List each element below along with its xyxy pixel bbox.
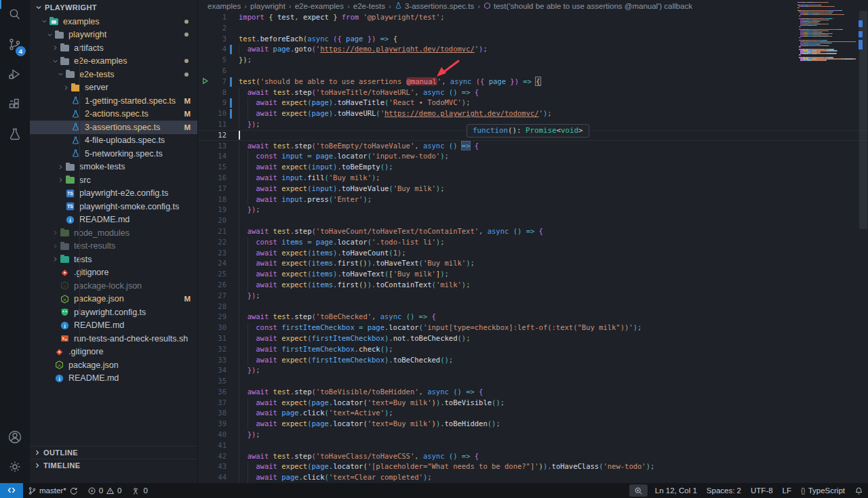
code-line[interactable]: 34 });: [198, 365, 868, 376]
breadcrumb-item[interactable]: test('should be able to use assertions @…: [484, 2, 692, 10]
problems-status[interactable]: 0 0: [83, 483, 127, 498]
indentation-status[interactable]: Spaces: 2: [702, 483, 746, 498]
code-line[interactable]: 26 await expect(items.first()).toContain…: [198, 280, 868, 291]
code-line[interactable]: 1import { test, expect } from '@playwrig…: [198, 12, 868, 23]
code-line[interactable]: 36 await test.step('toBeVisible/toBeHidd…: [198, 387, 868, 398]
tree-item-node-modules[interactable]: node_modules: [30, 226, 197, 240]
code-line[interactable]: 30 const firstItemCheckbox = page.locato…: [198, 323, 868, 333]
tree-item-readme.md[interactable]: iREADME.md: [30, 319, 197, 333]
tree-item-playwright.config.ts[interactable]: playwright.config.ts: [30, 306, 197, 319]
tree-item-5-networking.spec.ts[interactable]: 5-networking.spec.ts: [30, 147, 197, 161]
code-line[interactable]: 16 await input.fill('Buy milk');: [198, 173, 868, 184]
language-mode-status[interactable]: {} TypeScript: [796, 483, 850, 498]
code-line[interactable]: 40 });: [198, 430, 868, 440]
code-line[interactable]: 23 await expect(items).toHaveCount(1);: [198, 248, 868, 259]
code-line[interactable]: 17 await expect(input).toHaveValue('Buy …: [198, 184, 868, 194]
tree-item-playwright[interactable]: playwright: [30, 28, 197, 42]
tree-item-examples[interactable]: examples: [30, 15, 197, 28]
code-line[interactable]: 13 await test.step('toBeEmpty/toHaveValu…: [198, 141, 868, 152]
zoom-status[interactable]: [629, 484, 648, 497]
tree-item-3-assertions.spec.ts[interactable]: 3-assertions.spec.tsM: [30, 121, 197, 134]
code-line[interactable]: 43 await expect(page.locator('[placehold…: [198, 461, 868, 472]
code-line[interactable]: 5});: [198, 55, 868, 66]
breadcrumb-item[interactable]: playwright: [250, 2, 285, 10]
code-line[interactable]: 8 await test.step('toHaveTitle/toHaveURL…: [198, 87, 868, 98]
chevron-down-icon: [57, 70, 64, 78]
settings-gear-icon[interactable]: [0, 452, 30, 482]
code-line[interactable]: 10 await expect(page).toHaveURL('https:/…: [198, 108, 868, 119]
breadcrumb-item[interactable]: examples: [208, 2, 241, 10]
tree-item-package.json[interactable]: jspackage.jsonM: [30, 293, 197, 306]
code-line[interactable]: 33 await expect(firstItemCheckbox).toBeC…: [198, 355, 868, 366]
tree-item-2-actions.spec.ts[interactable]: 2-actions.spec.tsM: [30, 108, 197, 121]
ports-status[interactable]: 0: [126, 483, 152, 498]
tree-item-playwright-e2e.config.ts[interactable]: TSplaywright-e2e.config.ts: [30, 187, 197, 201]
tree-item-run-tests-and-check-results.sh[interactable]: run-tests-and-check-results.sh: [30, 332, 197, 346]
notifications-bell-icon[interactable]: [850, 483, 868, 498]
search-icon[interactable]: [0, 0, 30, 30]
code-line[interactable]: 18 await input.press('Enter');: [198, 194, 868, 205]
tree-item-smoke-tests[interactable]: smoke-tests: [30, 161, 197, 174]
breadcrumb-item[interactable]: e2e-examples: [295, 2, 344, 10]
tree-item-playwright-smoke.config.ts[interactable]: TSplaywright-smoke.config.ts: [30, 200, 197, 213]
minimap[interactable]: [797, 2, 856, 67]
code-line[interactable]: 27 });: [198, 291, 868, 302]
account-icon[interactable]: [0, 422, 30, 452]
code-line[interactable]: 42 await test.step('toHaveClass/toHaveCS…: [198, 451, 868, 462]
code-line[interactable]: 38 await page.click('text=Active');: [198, 408, 868, 419]
code-line[interactable]: 35: [198, 376, 868, 387]
code-line[interactable]: 44 await page.click('text=Clear complete…: [198, 472, 868, 483]
tree-item-1-getting-started.spec.ts[interactable]: 1-getting-started.spec.tsM: [30, 94, 197, 108]
code-line[interactable]: 19 });: [198, 205, 868, 215]
tree-item-.gitignore[interactable]: .gitignore: [30, 346, 197, 359]
tree-item-src[interactable]: src: [30, 173, 197, 187]
source-control-icon[interactable]: 4: [0, 30, 30, 60]
code-line[interactable]: 2: [198, 23, 868, 34]
testing-icon[interactable]: [0, 119, 30, 149]
code-line[interactable]: 9 await expect(page).toHaveTitle('React …: [198, 98, 868, 108]
code-line[interactable]: 6: [198, 66, 868, 77]
tree-item-package.json[interactable]: jspackage.json: [30, 358, 197, 372]
eol-status[interactable]: LF: [778, 483, 796, 498]
code-line[interactable]: 31 await expect(firstItemCheckbox).not.t…: [198, 333, 868, 344]
code-line[interactable]: 25 await expect(items).toHaveText(['Buy …: [198, 269, 868, 280]
tree-item-.gitignore[interactable]: .gitignore: [30, 266, 197, 280]
code-line[interactable]: 4 await page.goto('https://demo.playwrig…: [198, 44, 868, 55]
tree-item-tests[interactable]: tests: [30, 253, 197, 266]
tree-item-artifacts[interactable]: artifacts: [30, 41, 197, 55]
code-line[interactable]: 22 const items = page.locator('.todo-lis…: [198, 237, 868, 248]
timeline-panel-header[interactable]: TIMELINE: [30, 459, 197, 472]
cursor-position-status[interactable]: Ln 12, Col 1: [650, 483, 702, 498]
tree-item-test-results[interactable]: test-results: [30, 240, 197, 253]
tree-item-4-file-uploads.spec.ts[interactable]: 4-file-uploads.spec.ts: [30, 134, 197, 148]
code-line[interactable]: 24 await expect(items.first()).toHaveTex…: [198, 258, 868, 269]
code-line[interactable]: 41: [198, 440, 868, 451]
tree-item-server[interactable]: server: [30, 81, 197, 95]
code-area[interactable]: 1import { test, expect } from '@playwrig…: [198, 12, 868, 483]
outline-panel-header[interactable]: OUTLINE: [30, 446, 197, 459]
extensions-icon[interactable]: [0, 89, 30, 119]
run-debug-icon[interactable]: [0, 60, 30, 89]
code-line[interactable]: 15 await expect(input).toBeEmpty();: [198, 162, 868, 173]
breadcrumb-item[interactable]: e2e-tests: [353, 2, 385, 10]
code-line[interactable]: 21 await test.step('toHaveCount/toHaveTe…: [198, 226, 868, 237]
tree-item-readme.md[interactable]: iREADME.md: [30, 213, 197, 227]
tree-item-e2e-tests[interactable]: e2e-tests: [30, 68, 197, 81]
tree-item-readme.md[interactable]: iREADME.md: [30, 372, 197, 386]
code-line[interactable]: 28: [198, 302, 868, 312]
code-line[interactable]: 37 await expect(page.locator('text=Buy m…: [198, 398, 868, 409]
breadcrumb-item[interactable]: 3-assertions.spec.ts: [395, 2, 474, 10]
code-line[interactable]: 39 await expect(page.locator('text=Buy m…: [198, 419, 868, 430]
encoding-status[interactable]: UTF-8: [746, 483, 778, 498]
code-line[interactable]: 20: [198, 215, 868, 226]
code-line[interactable]: 3test.beforeEach(async ({ page }) => {: [198, 34, 868, 45]
tree-item-e2e-examples[interactable]: e2e-examples: [30, 55, 197, 68]
code-line[interactable]: 14 const input = page.locator('input.new…: [198, 151, 868, 162]
explorer-section-header[interactable]: PLAYWRIGHT: [30, 0, 197, 15]
code-line[interactable]: 32 await firstItemCheckbox.check();: [198, 344, 868, 355]
remote-indicator[interactable]: [0, 483, 23, 498]
code-line[interactable]: 29 await test.step('toBeChecked', async …: [198, 312, 868, 323]
git-branch-status[interactable]: master*: [23, 483, 83, 498]
tree-item-package-lock.json[interactable]: jspackage-lock.json: [30, 279, 197, 293]
code-line[interactable]: 7test('should be able to use assertions …: [198, 77, 868, 87]
